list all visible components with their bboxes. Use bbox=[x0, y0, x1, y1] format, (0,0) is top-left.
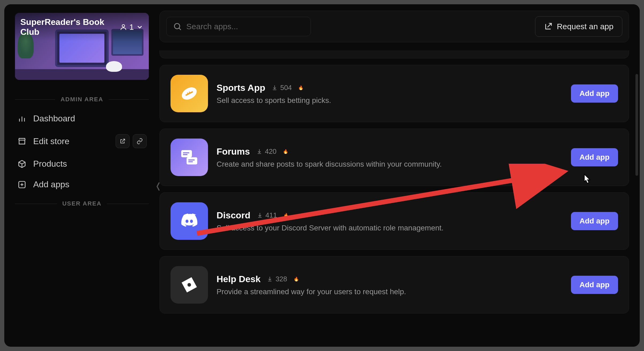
discord-icon bbox=[179, 210, 200, 232]
cube-icon bbox=[17, 159, 27, 169]
sidebar-collapse-handle[interactable] bbox=[154, 176, 162, 197]
app-title: Help Desk bbox=[217, 274, 260, 284]
server-members[interactable]: 1 bbox=[120, 23, 143, 32]
add-app-button-forums[interactable]: Add app bbox=[571, 148, 618, 166]
open-external-button[interactable] bbox=[116, 134, 130, 148]
store-icon bbox=[17, 136, 27, 146]
sparkle-share-icon bbox=[544, 22, 552, 31]
nav-dashboard[interactable]: Dashboard bbox=[15, 108, 149, 129]
app-title: Sports App bbox=[217, 83, 265, 93]
app-card-forums[interactable]: Forums 420 🔥 Create and share posts to s… bbox=[160, 129, 629, 186]
nav-products[interactable]: Products bbox=[15, 154, 149, 174]
download-icon bbox=[257, 212, 263, 218]
search-icon bbox=[173, 22, 182, 31]
app-title: Forums bbox=[217, 146, 250, 157]
app-downloads: 504 bbox=[272, 84, 292, 92]
nav-label: Edit store bbox=[33, 136, 69, 146]
helpdesk-app-icon bbox=[171, 266, 208, 304]
forum-icon bbox=[179, 147, 200, 168]
add-app-button-discord[interactable]: Add app bbox=[571, 212, 618, 230]
sidebar: SuperReader's Book Club 1 ADMIN AREA bbox=[4, 4, 160, 347]
add-app-button-helpdesk[interactable]: Add app bbox=[571, 276, 618, 294]
chevron-left-icon bbox=[156, 178, 161, 195]
app-card-sports[interactable]: Sports App 504 🔥 Sell access to sports b… bbox=[160, 65, 629, 122]
forums-app-icon bbox=[171, 139, 208, 176]
app-description: Sell access to your Discord Server with … bbox=[217, 224, 562, 232]
svg-line-8 bbox=[179, 28, 181, 30]
bar-chart-icon bbox=[17, 114, 27, 124]
download-icon bbox=[267, 276, 273, 282]
nav-add-apps[interactable]: Add apps bbox=[15, 174, 149, 195]
section-admin-area: ADMIN AREA bbox=[15, 96, 149, 103]
search-box[interactable] bbox=[166, 17, 311, 36]
app-card-partial bbox=[160, 50, 629, 58]
discord-app-icon bbox=[171, 202, 208, 240]
download-icon bbox=[256, 148, 262, 154]
app-card-discord[interactable]: Discord 411 🔥 Sell access to your Discor… bbox=[160, 192, 629, 250]
app-downloads: 328 bbox=[267, 275, 287, 283]
member-count: 1 bbox=[129, 23, 134, 32]
svg-point-0 bbox=[122, 25, 125, 27]
section-user-area: USER AREA bbox=[15, 200, 149, 207]
search-input[interactable] bbox=[186, 22, 304, 31]
ticket-icon bbox=[179, 274, 200, 296]
download-icon bbox=[272, 85, 278, 91]
flame-icon: 🔥 bbox=[283, 149, 288, 154]
app-card-helpdesk[interactable]: Help Desk 328 🔥 Provide a streamlined wa… bbox=[160, 256, 629, 313]
main-header: Request an app bbox=[160, 11, 629, 42]
external-link-icon bbox=[119, 138, 126, 144]
app-description: Create and share posts to spark discussi… bbox=[217, 160, 562, 169]
person-icon bbox=[120, 23, 127, 31]
football-icon bbox=[179, 83, 200, 104]
server-title: SuperReader's Book Club bbox=[20, 17, 120, 37]
nav-edit-store[interactable]: Edit store bbox=[15, 129, 149, 154]
svg-point-19 bbox=[187, 283, 191, 286]
scrollbar[interactable] bbox=[635, 74, 638, 176]
app-window: SuperReader's Book Club 1 ADMIN AREA bbox=[4, 4, 640, 347]
chevron-down-icon bbox=[136, 23, 143, 31]
app-title: Discord bbox=[217, 210, 251, 221]
app-downloads: 420 bbox=[256, 147, 276, 156]
request-app-button[interactable]: Request an app bbox=[535, 16, 622, 37]
link-icon bbox=[137, 138, 143, 144]
app-list[interactable]: Sports App 504 🔥 Sell access to sports b… bbox=[160, 50, 629, 313]
nav-label: Dashboard bbox=[33, 114, 75, 124]
svg-point-7 bbox=[175, 24, 180, 29]
nav-label: Add apps bbox=[33, 180, 69, 189]
app-downloads: 411 bbox=[257, 211, 277, 219]
plus-square-icon bbox=[17, 180, 27, 189]
app-description: Sell access to sports betting picks. bbox=[217, 96, 562, 105]
flame-icon: 🔥 bbox=[294, 277, 299, 282]
app-description: Provide a streamlined way for your users… bbox=[217, 287, 562, 296]
sports-app-icon bbox=[171, 75, 208, 112]
main-content: Request an app Sports App bbox=[160, 4, 640, 347]
svg-rect-13 bbox=[181, 150, 192, 157]
flame-icon: 🔥 bbox=[283, 213, 289, 218]
copy-link-button[interactable] bbox=[133, 134, 147, 148]
request-app-label: Request an app bbox=[557, 22, 613, 31]
svg-rect-14 bbox=[187, 157, 197, 165]
add-app-button-sports[interactable]: Add app bbox=[571, 84, 618, 103]
server-card[interactable]: SuperReader's Book Club 1 bbox=[15, 13, 149, 80]
nav-label: Products bbox=[33, 159, 67, 169]
flame-icon: 🔥 bbox=[298, 85, 304, 90]
